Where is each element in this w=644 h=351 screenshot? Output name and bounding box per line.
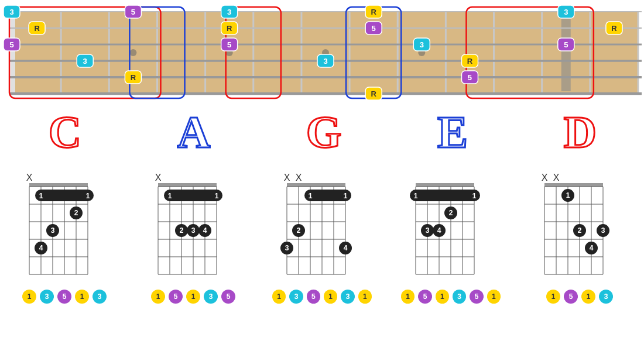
interval-row: 151351: [401, 290, 501, 304]
interval-pill: 3: [204, 290, 218, 304]
svg-text:1: 1: [414, 192, 418, 200]
interval-pill: 3: [341, 290, 354, 304]
svg-text:X: X: [26, 173, 33, 183]
fretboard-note: R: [365, 5, 382, 18]
fretboard-note: R: [221, 22, 238, 35]
svg-text:R: R: [371, 8, 376, 16]
fretboard-note: R: [365, 87, 382, 100]
chord-diagram-E: 11234151351: [401, 169, 501, 304]
fretboard-note: 3: [4, 5, 20, 18]
svg-text:4: 4: [39, 244, 43, 252]
svg-text:X: X: [553, 173, 560, 183]
svg-text:X: X: [542, 173, 548, 183]
svg-rect-11: [252, 12, 254, 94]
fretboard-note: 3: [558, 5, 574, 18]
svg-rect-147: [410, 190, 480, 201]
shape-letter-E: E: [437, 106, 467, 159]
svg-text:2: 2: [297, 226, 301, 235]
shape-letter-C: C: [49, 106, 80, 159]
svg-rect-134: [416, 183, 474, 187]
svg-text:3: 3: [227, 8, 231, 16]
svg-rect-101: [164, 190, 222, 201]
svg-rect-12: [300, 12, 302, 94]
svg-text:R: R: [467, 57, 473, 66]
svg-text:5: 5: [372, 24, 376, 33]
svg-text:2: 2: [449, 209, 453, 217]
chord-diagrams-row: X1123413513X1123415135XX1123413513111234…: [0, 169, 644, 304]
svg-point-1: [129, 49, 136, 56]
svg-rect-20: [9, 11, 642, 12]
fretboard-note: 5: [365, 22, 382, 35]
svg-text:4: 4: [590, 244, 594, 252]
chord-diagram-G: XX11234135131: [272, 169, 372, 304]
svg-text:1: 1: [566, 191, 570, 199]
svg-rect-22: [9, 44, 642, 46]
svg-rect-15: [445, 12, 447, 94]
interval-pill: 3: [599, 290, 613, 304]
svg-text:4: 4: [437, 226, 441, 235]
svg-text:4: 4: [203, 226, 207, 235]
fretboard-note: 5: [125, 5, 141, 18]
svg-text:R: R: [611, 24, 617, 33]
svg-text:3: 3: [285, 244, 289, 252]
fretboard-note: R: [461, 54, 478, 67]
svg-rect-87: [158, 183, 217, 187]
interval-pill: 1: [581, 290, 595, 304]
fretboard-note: R: [125, 71, 141, 84]
interval-pill: 5: [470, 290, 483, 304]
fretboard-note: R: [606, 22, 622, 35]
fretboard-note: 5: [4, 38, 20, 51]
interval-pill: 1: [186, 290, 200, 304]
interval-pill: 1: [151, 290, 165, 304]
svg-text:3: 3: [191, 226, 196, 235]
fretboard-note: 5: [461, 71, 478, 84]
fretboard-note: 3: [317, 54, 334, 67]
svg-text:5: 5: [131, 8, 135, 16]
svg-rect-17: [541, 12, 543, 94]
svg-text:3: 3: [601, 226, 605, 235]
svg-rect-156: [544, 183, 603, 187]
svg-text:3: 3: [323, 57, 327, 66]
svg-text:3: 3: [9, 8, 13, 16]
interval-row: 13513: [15, 290, 114, 304]
svg-text:3: 3: [51, 226, 55, 235]
svg-rect-5: [561, 14, 571, 91]
caged-letters: CAGED: [0, 106, 644, 159]
chord-diagram-D: XX12341513: [530, 169, 629, 304]
fretboard-note: 5: [558, 38, 574, 51]
svg-text:5: 5: [227, 40, 231, 49]
svg-rect-78: [35, 190, 94, 201]
svg-text:5: 5: [468, 73, 472, 82]
svg-rect-19: [638, 12, 639, 94]
svg-rect-9: [156, 12, 158, 94]
svg-text:R: R: [34, 24, 40, 33]
svg-text:3: 3: [420, 40, 424, 49]
svg-text:X: X: [296, 173, 302, 183]
interval-pill: 1: [324, 290, 337, 304]
chord-diagram-C: X1123413513: [15, 169, 114, 304]
svg-text:2: 2: [74, 209, 78, 217]
svg-rect-7: [60, 12, 62, 94]
chord-diagram-A: X1123415135: [143, 169, 243, 304]
svg-text:R: R: [371, 90, 376, 98]
svg-rect-10: [204, 12, 206, 94]
svg-rect-110: [287, 183, 345, 187]
svg-text:3: 3: [426, 226, 430, 235]
svg-rect-18: [589, 12, 591, 94]
interval-pill: 3: [289, 290, 303, 304]
interval-pill: 5: [57, 290, 71, 304]
svg-text:1: 1: [168, 192, 172, 200]
svg-text:X: X: [155, 173, 162, 183]
interval-pill: 3: [93, 290, 107, 304]
svg-text:3: 3: [564, 8, 568, 16]
svg-rect-8: [108, 12, 110, 94]
interval-row: 15135: [143, 290, 243, 304]
svg-text:X: X: [284, 173, 290, 183]
interval-pill: 5: [564, 290, 578, 304]
fretboard-note: 3: [221, 5, 238, 18]
interval-pill: 1: [401, 290, 415, 304]
svg-text:3: 3: [83, 57, 87, 66]
shape-letter-G: G: [306, 106, 341, 159]
shape-letter-D: D: [564, 106, 595, 159]
svg-rect-64: [29, 183, 88, 187]
